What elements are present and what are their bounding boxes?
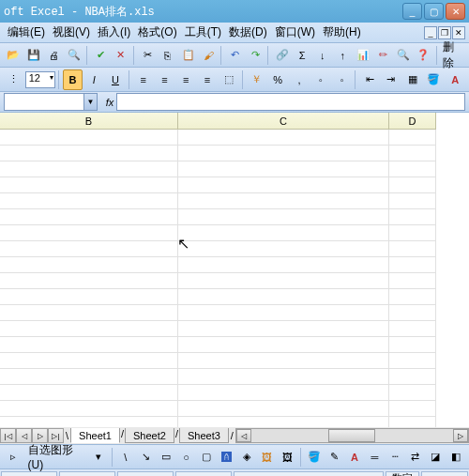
- cell[interactable]: [389, 369, 436, 385]
- cell[interactable]: [178, 401, 389, 417]
- decrease-decimal-icon[interactable]: ◦: [332, 69, 353, 90]
- cell[interactable]: [0, 305, 178, 321]
- menu-format[interactable]: 格式(O): [134, 23, 180, 42]
- cell[interactable]: [178, 273, 389, 289]
- cell[interactable]: [178, 385, 389, 401]
- rectangle-icon[interactable]: ▭: [157, 447, 176, 468]
- cell[interactable]: [0, 241, 178, 257]
- cell[interactable]: [178, 177, 389, 193]
- doc-minimize-button[interactable]: _: [424, 26, 437, 39]
- merge-icon[interactable]: ⬚: [219, 69, 239, 90]
- decrease-indent-icon[interactable]: ⇤: [359, 69, 380, 90]
- align-right-icon[interactable]: ≡: [175, 69, 196, 90]
- research-icon[interactable]: ✕: [112, 45, 131, 66]
- cell[interactable]: [0, 417, 178, 427]
- preview-icon[interactable]: 🔍: [65, 45, 84, 66]
- italic-button[interactable]: I: [83, 69, 104, 90]
- cell[interactable]: [0, 177, 178, 193]
- bold-button[interactable]: B: [63, 69, 83, 90]
- sort-desc-icon[interactable]: ↑: [333, 45, 353, 66]
- pointer-icon[interactable]: ▹: [4, 447, 23, 468]
- line-style-icon[interactable]: ═: [365, 447, 385, 468]
- cell[interactable]: [389, 225, 436, 241]
- cell[interactable]: [0, 130, 178, 146]
- help-icon[interactable]: ❓: [414, 45, 433, 66]
- name-box-dropdown[interactable]: ▼: [84, 93, 98, 111]
- line-icon[interactable]: \: [116, 447, 136, 468]
- cell[interactable]: [0, 353, 178, 369]
- scroll-right-icon[interactable]: ▷: [453, 429, 468, 442]
- drawing-icon[interactable]: ✏: [373, 45, 393, 66]
- underline-button[interactable]: U: [105, 69, 126, 90]
- cell[interactable]: [0, 146, 178, 161]
- cell[interactable]: [389, 177, 436, 193]
- cell[interactable]: [389, 321, 436, 337]
- cell[interactable]: [0, 257, 178, 273]
- cell[interactable]: [389, 146, 436, 161]
- shadow-icon[interactable]: ◪: [426, 447, 446, 468]
- percent-icon[interactable]: %: [267, 69, 288, 90]
- menu-window[interactable]: 窗口(W): [271, 23, 319, 42]
- cell[interactable]: [178, 130, 389, 146]
- picture-icon[interactable]: 🖼: [278, 447, 297, 468]
- format-painter-icon[interactable]: 🖌: [199, 45, 219, 66]
- menu-view[interactable]: 视图(V): [49, 23, 94, 42]
- fx-label[interactable]: fx: [98, 97, 116, 108]
- cell[interactable]: [178, 369, 389, 385]
- column-header-b[interactable]: B: [0, 113, 178, 130]
- fill-color-icon[interactable]: 🪣: [424, 69, 445, 90]
- cell[interactable]: [178, 305, 389, 321]
- save-icon[interactable]: 💾: [24, 45, 44, 66]
- menu-insert[interactable]: 插入(I): [94, 23, 134, 42]
- toolbar-handle-icon[interactable]: ⋮: [4, 69, 24, 90]
- doc-restore-button[interactable]: ❐: [438, 26, 451, 39]
- arrow-icon[interactable]: ↘: [136, 447, 156, 468]
- horizontal-scrollbar[interactable]: ◁ ▷: [235, 428, 469, 443]
- cell[interactable]: [389, 257, 436, 273]
- scroll-thumb[interactable]: [328, 429, 375, 442]
- cell[interactable]: [178, 161, 389, 177]
- cell[interactable]: [389, 385, 436, 401]
- chart-icon[interactable]: 📊: [354, 45, 373, 66]
- sort-asc-icon[interactable]: ↓: [312, 45, 332, 66]
- maximize-button[interactable]: ▢: [424, 3, 444, 20]
- cell[interactable]: [0, 385, 178, 401]
- sheet-tab-sheet3[interactable]: Sheet3: [179, 428, 229, 443]
- menu-help[interactable]: 帮助(H): [319, 23, 365, 42]
- name-box[interactable]: [4, 93, 84, 111]
- justify-icon[interactable]: ≡: [197, 69, 218, 90]
- cell[interactable]: [389, 130, 436, 146]
- align-center-icon[interactable]: ≡: [155, 69, 175, 90]
- cell[interactable]: [178, 353, 389, 369]
- diagram-icon[interactable]: ◈: [237, 447, 257, 468]
- formula-bar[interactable]: [116, 93, 465, 111]
- cell[interactable]: [0, 225, 178, 241]
- zoom-icon[interactable]: 🔍: [394, 45, 414, 66]
- clipart-icon[interactable]: 🖼: [257, 447, 277, 468]
- tab-first-icon[interactable]: |◁: [0, 428, 16, 443]
- cell[interactable]: [178, 225, 389, 241]
- cell[interactable]: [178, 257, 389, 273]
- dropdown-icon[interactable]: ▾: [89, 447, 109, 468]
- cell[interactable]: [389, 241, 436, 257]
- column-header-c[interactable]: C: [178, 113, 389, 130]
- cell[interactable]: [178, 193, 389, 209]
- cell[interactable]: [0, 369, 178, 385]
- fill-color-icon[interactable]: 🪣: [305, 447, 325, 468]
- copy-icon[interactable]: ⎘: [159, 45, 178, 66]
- cell[interactable]: [178, 146, 389, 161]
- cell[interactable]: [389, 193, 436, 209]
- grid-rows[interactable]: [0, 130, 469, 427]
- column-header-d[interactable]: D: [389, 113, 436, 130]
- cell[interactable]: [0, 193, 178, 209]
- paste-icon[interactable]: 📋: [178, 45, 198, 66]
- print-icon[interactable]: 🖨: [44, 45, 64, 66]
- autosum-icon[interactable]: Σ: [293, 45, 312, 66]
- increase-decimal-icon[interactable]: ◦: [310, 69, 331, 90]
- dash-style-icon[interactable]: ┄: [386, 447, 405, 468]
- spell-icon[interactable]: ✔: [91, 45, 111, 66]
- sheet-tab-sheet2[interactable]: Sheet2: [125, 428, 174, 443]
- minimize-button[interactable]: _: [402, 3, 422, 20]
- menu-tools[interactable]: 工具(T): [181, 23, 225, 42]
- 3d-icon[interactable]: ◧: [446, 447, 465, 468]
